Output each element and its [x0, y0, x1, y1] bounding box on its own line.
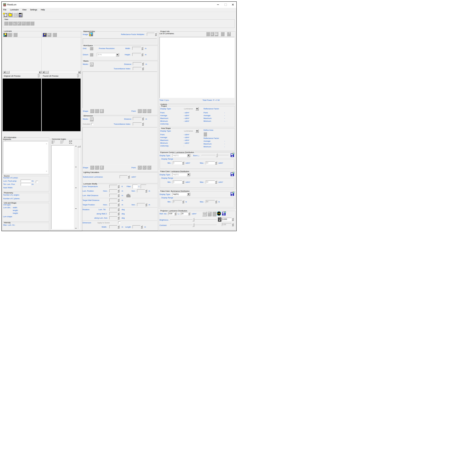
spin-up-icon[interactable] — [117, 212, 119, 214]
masks-distance-input[interactable] — [133, 62, 142, 65]
filter-input[interactable] — [133, 185, 138, 189]
spin-down-icon[interactable] — [117, 210, 119, 211]
spin-down-icon[interactable] — [182, 182, 184, 184]
apply-to-scene-checkbox[interactable] — [118, 222, 120, 224]
view-iso-icon[interactable] — [13, 21, 17, 25]
spin-down-icon[interactable] — [215, 163, 217, 164]
spin-down-icon[interactable] — [188, 214, 190, 215]
total-flux-input[interactable] — [21, 183, 31, 186]
spin-up-icon[interactable] — [142, 67, 144, 69]
target-position-horz-input[interactable] — [109, 203, 117, 206]
view-plan-icon[interactable] — [17, 21, 21, 25]
original-lid-preview-canvas[interactable] — [3, 79, 41, 131]
angles-invert-icon[interactable] — [69, 140, 72, 144]
contrast-slider-thumb[interactable] — [192, 223, 194, 227]
masks-transmittance-input[interactable] — [133, 67, 142, 70]
spin-up-icon[interactable] — [215, 161, 217, 163]
keywords-textarea[interactable] — [3, 141, 48, 174]
spin-down-icon[interactable] — [232, 225, 234, 226]
spin-up-icon[interactable] — [215, 180, 217, 182]
shape-edit-button[interactable] — [95, 109, 99, 113]
spin-up-icon[interactable] — [117, 216, 119, 218]
projector-tool-3-button[interactable] — [212, 211, 216, 216]
spin-up-icon[interactable] — [182, 200, 184, 202]
lum-position-horz-input[interactable] — [109, 189, 117, 192]
dropdown-arrow-icon[interactable] — [195, 129, 199, 133]
fcl-min-input[interactable]: 0 — [173, 180, 182, 184]
scroll-thumb[interactable] — [6, 71, 10, 74]
refl-ind-input[interactable]: 0,50 — [168, 212, 174, 215]
add-luminaire-button[interactable] — [3, 33, 7, 37]
dropdown-arrow-icon[interactable] — [187, 192, 190, 196]
grid-toggle-button[interactable] — [90, 47, 93, 50]
save-image-button[interactable] — [222, 212, 226, 215]
spin-down-icon[interactable] — [128, 177, 130, 178]
workspace-height-input[interactable] — [132, 53, 141, 56]
along-wall-z-input[interactable] — [109, 212, 117, 215]
spin-down-icon[interactable] — [117, 186, 119, 188]
projector-tool-2-button[interactable] — [208, 211, 212, 216]
dim-length-input[interactable] — [133, 225, 140, 228]
spin-up-icon[interactable] — [142, 117, 144, 119]
dim3-distance-input[interactable] — [133, 117, 142, 120]
color-temperature-input[interactable] — [109, 185, 117, 188]
luminaire-tool-2-button[interactable] — [8, 33, 12, 37]
exposure-min-input[interactable]: 0 — [173, 161, 182, 164]
shape-draw-button[interactable] — [90, 165, 94, 169]
list-slider-button[interactable] — [210, 32, 214, 36]
original-lid-scrollbar[interactable] — [3, 71, 42, 74]
burn-slider-thumb[interactable] — [216, 153, 218, 157]
spin-down-icon[interactable] — [232, 219, 234, 221]
reflectance-multiplier-input[interactable] — [147, 33, 155, 36]
spin-up-icon[interactable] — [141, 47, 143, 48]
menu-help[interactable]: Help — [39, 8, 46, 11]
define-area-button[interactable] — [203, 132, 207, 136]
spin-up-icon[interactable] — [117, 225, 119, 227]
angle-slider-track[interactable] — [78, 147, 80, 229]
spin-up-icon[interactable] — [155, 33, 157, 34]
spin-down-icon[interactable] — [155, 34, 157, 36]
shape-edit-button[interactable] — [95, 165, 99, 169]
view-quotes-icon[interactable] — [21, 21, 26, 25]
spin-down-icon[interactable] — [117, 227, 119, 228]
contrast-input[interactable]: 0,00 — [222, 223, 232, 226]
dropdown-arrow-icon[interactable] — [187, 173, 190, 176]
lock-lamp-button[interactable] — [218, 217, 221, 222]
menu-file[interactable]: File — [2, 8, 8, 11]
brightness-input[interactable]: 0,000 — [222, 218, 232, 221]
dropdown-arrow-icon[interactable] — [187, 154, 190, 157]
spin-down-icon[interactable] — [145, 191, 147, 192]
menu-luminaire[interactable]: Luminaire — [9, 8, 20, 11]
properties-button[interactable] — [18, 12, 23, 17]
spin-up-icon[interactable] — [117, 203, 119, 205]
spin-up-icon[interactable] — [117, 208, 119, 210]
spin-up-icon[interactable] — [182, 180, 184, 182]
save-image-button[interactable] — [231, 192, 234, 196]
luminaires-listbox[interactable] — [159, 37, 234, 98]
along-lum-axis-input[interactable] — [109, 216, 117, 219]
resolution-combobox[interactable]: 25 % — [97, 53, 119, 56]
spin-down-icon[interactable] — [215, 182, 217, 184]
brightness-slider-thumb[interactable] — [192, 218, 194, 222]
spin-down-icon[interactable] — [182, 163, 184, 164]
substructure-input[interactable] — [120, 175, 127, 178]
found-preview-settings-icon[interactable] — [77, 74, 80, 77]
scroll-right-icon[interactable] — [78, 71, 81, 74]
shape-list-button[interactable] — [100, 109, 104, 113]
spin-down-icon[interactable] — [142, 69, 144, 70]
list-mixer-button[interactable] — [215, 32, 218, 36]
spin-up-icon[interactable] — [188, 212, 190, 214]
close-button[interactable] — [231, 3, 235, 6]
luminaire-tool-3-button[interactable] — [13, 33, 17, 37]
spin-down-icon[interactable] — [141, 227, 143, 228]
spin-up-icon[interactable] — [145, 189, 147, 191]
dim3-canvas[interactable] — [83, 127, 157, 165]
lum-wall-distance-input[interactable] — [109, 194, 117, 197]
angle-slider-thumb[interactable] — [77, 146, 81, 147]
spin-down-icon[interactable] — [117, 205, 119, 206]
dim-width-input[interactable] — [109, 225, 117, 228]
open-file-button[interactable] — [8, 12, 13, 17]
lum-tilt-input[interactable] — [109, 208, 117, 211]
masks-canvas[interactable] — [83, 72, 157, 108]
burn-slider-track[interactable] — [202, 155, 229, 156]
